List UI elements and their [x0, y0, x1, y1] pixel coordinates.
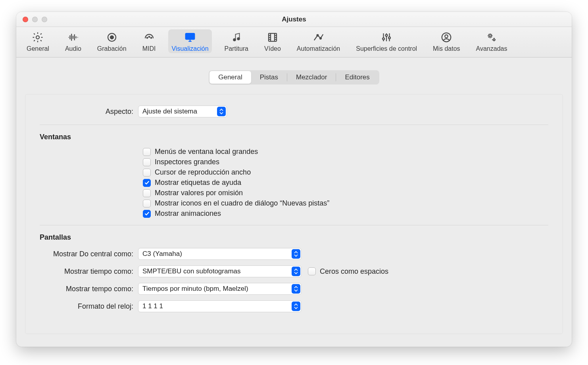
svg-point-0: [36, 36, 39, 39]
checkbox-label: Mostrar animaciones: [155, 209, 221, 218]
svg-point-14: [388, 37, 390, 39]
zeros-as-spaces-option: Ceros como espacios: [308, 267, 388, 276]
waveform-icon: [67, 31, 79, 44]
time-format-row: Mostrar tiempo como: SMPTE/EBU con subfo…: [40, 265, 548, 277]
toolbar-item-score[interactable]: Partitura: [221, 29, 252, 53]
toolbar-item-midi[interactable]: MIDI: [139, 29, 159, 53]
svg-point-10: [317, 35, 318, 36]
toolbar-item-advanced[interactable]: Avanzadas: [473, 29, 511, 53]
appearance-select[interactable]: Ajuste del sistema: [138, 106, 227, 117]
clock-format-select[interactable]: 1 1 1 1: [138, 300, 302, 312]
toolbar-item-video[interactable]: Vídeo: [261, 29, 284, 53]
select-arrows-icon: [292, 284, 300, 294]
sliders-icon: [380, 31, 393, 44]
content-area: General Pistas Mezclador Editores Aspect…: [16, 58, 572, 334]
checkbox[interactable]: [143, 210, 151, 218]
checkbox[interactable]: [143, 179, 151, 187]
select-arrows-icon: [217, 107, 226, 116]
tempo-format-row: Mostrar tempo como: Tiempos por minuto (…: [40, 283, 548, 295]
checkbox[interactable]: [143, 148, 151, 156]
preferences-toolbar: General Audio Grabación MIDI Visualizaci…: [16, 27, 572, 58]
checkbox-row: Mostrar iconos en el cuadro de diálogo “…: [143, 199, 548, 207]
svg-point-3: [146, 37, 148, 38]
checkbox-row: Mostrar valores por omisión: [143, 189, 548, 197]
tab-editors[interactable]: Editores: [336, 71, 378, 84]
checkbox[interactable]: [143, 200, 151, 207]
tempo-format-select[interactable]: Tiempos por minuto (bpm, Maelzel): [138, 283, 302, 295]
middle-c-row: Mostrar Do central como: C3 (Yamaha): [40, 248, 548, 260]
checkbox[interactable]: [143, 169, 151, 177]
checkbox-label: Mostrar etiquetas de ayuda: [155, 179, 241, 187]
svg-point-12: [382, 38, 384, 40]
appearance-row: Aspecto: Ajuste del sistema: [40, 106, 548, 117]
checkbox-row: Menús de ventana local grandes: [143, 148, 548, 156]
clock-format-label: Formato del reloj:: [40, 302, 138, 311]
divider: [40, 225, 548, 225]
appearance-label: Aspecto:: [40, 108, 138, 116]
checkbox[interactable]: [143, 189, 151, 197]
windows-heading: Ventanas: [40, 133, 548, 141]
settings-panel: Aspecto: Ajuste del sistema Ventanas Men…: [25, 94, 563, 334]
select-arrows-icon: [292, 249, 300, 259]
svg-point-4: [148, 36, 150, 38]
user-circle-icon: [440, 31, 453, 44]
zeros-as-spaces-label: Ceros como espacios: [320, 267, 388, 276]
automation-icon: [312, 31, 325, 44]
windows-checkboxes: Menús de ventana local grandesInspectore…: [40, 148, 548, 218]
svg-point-17: [489, 35, 491, 37]
checkbox-label: Inspectores grandes: [155, 158, 219, 166]
record-icon: [106, 31, 118, 44]
music-notes-icon: [230, 31, 243, 44]
checkbox[interactable]: [143, 158, 151, 166]
window-title: Ajustes: [16, 15, 572, 23]
checkbox-row: Cursor de reproducción ancho: [143, 168, 548, 177]
checkbox-label: Cursor de reproducción ancho: [155, 168, 251, 177]
checkbox-label: Menús de ventana local grandes: [155, 148, 258, 156]
svg-point-2: [110, 36, 113, 39]
toolbar-item-automation[interactable]: Automatización: [294, 29, 343, 53]
svg-point-13: [386, 35, 388, 36]
checkbox-row: Mostrar animaciones: [143, 209, 548, 218]
displays-heading: Pantallas: [40, 233, 548, 242]
gear-icon: [31, 31, 44, 44]
checkbox-label: Mostrar iconos en el cuadro de diálogo “…: [155, 199, 329, 207]
divider: [40, 125, 548, 125]
gears-icon: [485, 31, 498, 44]
displays-rows: Mostrar Do central como: C3 (Yamaha) Mos…: [40, 248, 548, 312]
tab-mixer[interactable]: Mezclador: [287, 71, 336, 84]
toolbar-item-general[interactable]: General: [23, 29, 52, 53]
time-format-select[interactable]: SMPTE/EBU con subfotogramas: [138, 265, 302, 277]
checkbox-label: Mostrar valores por omisión: [155, 189, 243, 197]
tab-general[interactable]: General: [209, 71, 251, 84]
settings-window: Ajustes General Audio Grabación MIDI: [16, 12, 572, 347]
zeros-as-spaces-checkbox[interactable]: [308, 267, 316, 275]
clock-format-row: Formato del reloj: 1 1 1 1: [40, 300, 548, 312]
middle-c-select[interactable]: C3 (Yamaha): [138, 248, 302, 260]
svg-point-18: [493, 39, 495, 41]
appearance-value: Ajuste del sistema: [142, 108, 197, 115]
svg-point-11: [320, 38, 321, 39]
midi-icon: [143, 31, 156, 44]
film-icon: [266, 31, 279, 44]
titlebar: Ajustes: [16, 12, 572, 27]
toolbar-item-display[interactable]: Visualización: [168, 29, 211, 53]
select-arrows-icon: [292, 267, 300, 276]
svg-point-5: [150, 37, 152, 38]
tempo-format-label: Mostrar tempo como:: [40, 285, 138, 293]
select-arrows-icon: [292, 302, 300, 311]
sub-tabs: General Pistas Mezclador Editores: [209, 70, 379, 85]
time-format-label: Mostrar tiempo como:: [40, 267, 138, 276]
checkbox-row: Mostrar etiquetas de ayuda: [143, 179, 548, 187]
svg-point-16: [445, 35, 448, 38]
tab-tracks[interactable]: Pistas: [251, 71, 287, 84]
middle-c-label: Mostrar Do central como:: [40, 250, 138, 258]
monitor-icon: [184, 31, 196, 44]
toolbar-item-audio[interactable]: Audio: [62, 29, 85, 53]
toolbar-item-recording[interactable]: Grabación: [94, 29, 130, 53]
checkbox-row: Inspectores grandes: [143, 158, 548, 166]
toolbar-item-my-info[interactable]: Mis datos: [430, 29, 463, 53]
toolbar-item-control-surfaces[interactable]: Superficies de control: [353, 29, 420, 53]
svg-rect-6: [186, 33, 195, 39]
